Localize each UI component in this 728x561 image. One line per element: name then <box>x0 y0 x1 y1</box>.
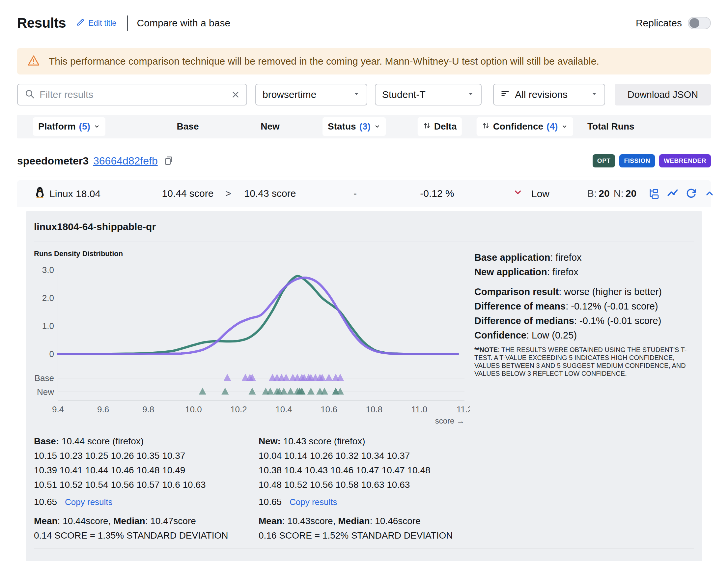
svg-text:2.0: 2.0 <box>42 293 54 303</box>
results-page: Results Edit title Compare with a base R… <box>0 0 728 561</box>
warning-message: This performance comparison technique wi… <box>49 56 599 67</box>
new-runs-count: 20 <box>626 188 636 199</box>
comparison-result-line: Comparison result: worse (higher is bett… <box>474 285 690 299</box>
test-name: speedometer3 <box>17 155 89 167</box>
status-value: - <box>353 188 357 199</box>
base-mean-median: Mean: 10.44score, Median: 10.47score <box>34 514 245 528</box>
svg-text:9.6: 9.6 <box>97 405 109 414</box>
new-last-value: 10.65 <box>259 497 282 507</box>
svg-text:10.0: 10.0 <box>185 405 202 414</box>
svg-text:New: New <box>37 387 54 397</box>
svg-text:11.0: 11.0 <box>411 405 428 414</box>
replicates-control: Replicates <box>636 17 711 29</box>
chevron-down-icon <box>591 90 598 99</box>
filter-bar: browsertime Student-T All revisions Down… <box>17 84 711 105</box>
svg-text:1.0: 1.0 <box>42 321 54 331</box>
new-runs-label: N: <box>614 188 624 199</box>
new-values-line: 10.38 10.4 10.43 10.46 10.47 10.47 10.48 <box>259 463 469 478</box>
status-label: Status <box>328 121 356 132</box>
revisions-value: All revisions <box>515 89 586 100</box>
section-divider <box>17 176 711 176</box>
difference-medians-line: Difference of medians: -0.1% (-0.01 scor… <box>474 314 690 328</box>
new-value: 10.43 score <box>244 188 296 199</box>
edit-title-label: Edit title <box>88 18 116 28</box>
clear-search-icon[interactable] <box>231 90 240 99</box>
platform-count: (5) <box>79 121 90 132</box>
card-divider <box>34 241 694 242</box>
page-title: Results <box>17 15 66 31</box>
fission-badge: FISSION <box>619 154 655 167</box>
test-type-value: Student-T <box>382 89 462 100</box>
svg-text:10.6: 10.6 <box>321 405 337 414</box>
delta-value: -0.12 % <box>420 188 454 199</box>
top-bar: Results Edit title Compare with a base R… <box>17 13 711 34</box>
total-runs-header: Total Runs <box>587 121 634 132</box>
delta-sort[interactable]: Delta <box>418 117 462 136</box>
chevron-down-icon <box>353 90 360 99</box>
base-copy-results-link[interactable]: Copy results <box>65 497 113 507</box>
copy-revision-icon[interactable] <box>162 155 173 166</box>
download-json-button[interactable]: Download JSON <box>615 84 711 105</box>
chevron-down-icon <box>561 121 568 132</box>
density-chart: 01.02.03.09.49.69.810.010.210.410.610.81… <box>32 260 470 425</box>
new-application-line: New application: firefox <box>474 265 690 279</box>
base-values-line: 10.51 10.52 10.54 10.56 10.57 10.6 10.63 <box>34 478 245 492</box>
test-group-row: speedometer3 36664d82fefb OPT FISSION WE… <box>17 152 711 170</box>
base-value: 10.44 score <box>162 188 214 199</box>
revisions-dropdown[interactable]: All revisions <box>493 84 605 105</box>
svg-text:Base: Base <box>35 373 54 383</box>
svg-text:9.4: 9.4 <box>52 405 64 414</box>
new-summary: New: 10.43 score (firefox) <box>259 434 469 449</box>
revision-link[interactable]: 36664d82fefb <box>93 155 158 167</box>
new-copy-results-link[interactable]: Copy results <box>290 497 337 507</box>
confidence-filter[interactable]: Confidence (4) <box>477 117 573 136</box>
svg-text:0: 0 <box>49 349 54 359</box>
expanded-details-card: linux1804-64-shippable-qr Runs Density D… <box>26 211 702 561</box>
framework-dropdown[interactable]: browsertime <box>255 84 367 105</box>
view-subtests-icon[interactable] <box>648 187 660 199</box>
chevron-down-icon <box>374 121 380 132</box>
chevron-down-icon <box>94 121 100 132</box>
base-runs-count: 20 <box>599 188 609 199</box>
confidence-line: Confidence: Low (0.25) <box>474 328 690 343</box>
results-table-header: Platform (5) Base New Status (3) Delta C… <box>17 115 711 138</box>
opt-badge: OPT <box>593 154 615 167</box>
comparison-sign: > <box>225 188 231 199</box>
ttest-note: **NOTE: THE RESULTS WERE OBTAINED USING … <box>474 346 690 378</box>
replicates-label: Replicates <box>636 17 682 29</box>
retrigger-icon[interactable] <box>685 187 697 199</box>
status-filter[interactable]: Status (3) <box>322 117 386 136</box>
search-box <box>17 84 247 105</box>
base-stddev: 0.14 SCORE = 1.35% STANDARD DEVIATION <box>34 528 245 543</box>
platform-cell: Linux 18.04 <box>34 186 100 201</box>
confidence-label: Confidence <box>493 121 543 132</box>
base-column-header: Base <box>177 121 199 132</box>
platform-filter[interactable]: Platform (5) <box>33 117 105 136</box>
compare-mode-label: Compare with a base <box>137 17 230 29</box>
base-last-value: 10.65 <box>34 497 57 507</box>
filter-lines-icon <box>500 89 510 100</box>
svg-text:3.0: 3.0 <box>42 265 54 275</box>
pencil-icon <box>76 17 85 29</box>
linux-penguin-icon <box>34 186 45 201</box>
edit-title-button[interactable]: Edit title <box>76 17 116 29</box>
framework-value: browsertime <box>263 89 348 100</box>
base-values-line: 10.15 10.23 10.25 10.26 10.35 10.37 <box>34 449 245 463</box>
collapse-chevron-icon[interactable] <box>704 188 715 199</box>
warning-icon <box>27 54 40 69</box>
chevron-down-icon <box>467 90 474 99</box>
subtest-name: linux1804-64-shippable-qr <box>34 221 156 232</box>
new-values-line: 10.04 10.14 10.26 10.32 10.34 10.37 <box>259 449 469 463</box>
expand-chevron-red-icon[interactable] <box>513 187 523 200</box>
search-input[interactable] <box>40 89 226 100</box>
test-type-dropdown[interactable]: Student-T <box>375 84 482 105</box>
graph-icon[interactable] <box>667 187 679 199</box>
delta-label: Delta <box>434 121 457 132</box>
webrender-badge: WEBRENDER <box>659 154 711 167</box>
toggle-knob <box>689 18 699 28</box>
confidence-cell: Low <box>513 187 549 200</box>
replicates-toggle[interactable] <box>688 17 711 29</box>
base-stats-column: Base: 10.44 score (firefox) 10.15 10.23 … <box>34 434 245 543</box>
base-runs-label: B: <box>587 188 597 199</box>
chart-title: Runs Density Distribution <box>34 249 123 258</box>
